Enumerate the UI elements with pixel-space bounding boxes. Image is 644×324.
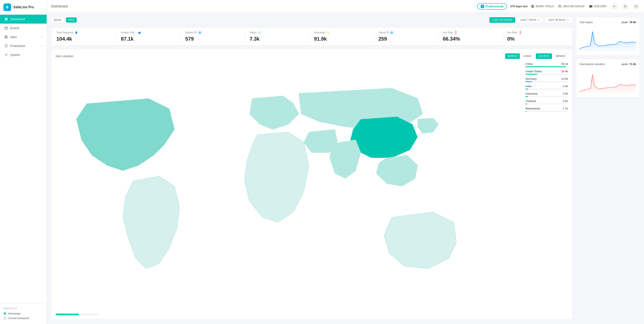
svg-point-15 [614,6,614,7]
page-title: Dashboard [51,4,68,8]
sidebar-item-dashboard[interactable]: Dashboard [0,15,47,24]
events-icon [4,26,8,30]
time-tab-7d[interactable]: LAST 7 DAYS i [517,17,543,23]
sidebar-item-label: System [10,53,20,57]
country-netherlands: Netherlands 1.7k [526,107,568,112]
settings-btn[interactable] [611,3,618,10]
logout-btn[interactable] [633,3,640,10]
europe [250,96,299,130]
japan [418,118,438,134]
world-btn[interactable]: WORLD [505,53,520,59]
sidebar-footer: Version 6.0.2 Homepage Consult Enterpris… [0,303,47,324]
sidebar-item-protections[interactable]: Protections › [0,41,47,50]
topbar: Dashboard Professional 270 days last MOR… [47,0,644,13]
australia [384,212,456,269]
chevron-right-icon: › [42,44,42,47]
country-indonesia: Indonesia 3.5k [526,92,568,97]
sidebar-item-label: Protections [10,44,25,48]
visit-status-card: Visit status peak 78.9k [576,17,640,55]
time-tab-30d[interactable]: LAST 30 DAYS i [545,17,572,23]
wecom-group-btn[interactable]: WECOM GROUP [558,5,585,8]
dashboard-icon [4,17,8,21]
access-denied-toggle: ACCESS DENIED [536,53,568,59]
country-china: China 59.1k [526,62,568,67]
user-icon-btn[interactable] [622,3,629,10]
filter-tabs: BASIC PRO [51,17,77,23]
stat-attack: Attack ⚠ 7.3k [245,31,310,42]
stat-distinct-ip: Distinct IP 🌐 579 [181,31,245,42]
user-stat-icon: 👤 [74,31,78,34]
world-china-toggle: WORLD CHINA [505,53,534,59]
svg-rect-11 [533,5,534,6]
stat-value: 579 [185,36,241,42]
china-btn[interactable]: CHINA [521,53,534,59]
svg-rect-10 [531,5,532,6]
sidebar-item-sites[interactable]: Sites › [0,32,47,41]
main-nav: Dashboard Events Sites › Protections [0,15,47,59]
svg-rect-2 [5,19,6,20]
country-list: China 59.1k United States 18.4k [526,62,568,310]
sidebar-item-label: Sites [10,35,17,39]
country-germany: Germany 10.5k [526,77,568,82]
stat-unique-visits: Unique Visit... 👥 87.1k [116,31,181,42]
lightning-icon [5,5,10,9]
content-left: BASIC PRO LAST 24 HOURS LAST 7 DAYS i LA… [51,17,572,320]
visit-title: Visit status [580,21,593,24]
svg-point-8 [6,54,6,55]
svg-point-16 [625,5,626,6]
denied-btn[interactable]: DENIED [553,53,568,59]
interception-chart [580,68,636,94]
plan-badge: Professional [477,3,507,9]
stat-5xx: 5xx Rate ❗ 0% [503,31,567,42]
protections-icon [4,44,8,48]
access-btn[interactable]: ACCESS [536,53,552,59]
sidebar: SafeLine Pro Dashboard Events Sites [0,0,47,324]
content-right: Visit status peak 78.9k [576,17,640,320]
chevron-right-icon: › [42,35,42,38]
homepage-link[interactable]: Homepage [4,311,43,316]
north-america [76,98,174,171]
info-icon-7d: i [537,18,540,21]
attack-stat-icon: ⚠ [258,31,261,34]
shield-footer-icon [4,312,6,315]
intercept-stat-icon: ⏱ [326,31,330,34]
country-us: United States 18.4k [526,70,568,75]
consult-link[interactable]: Consult Enterprise [4,316,43,321]
stat-value: 0% [507,36,563,42]
interception-chart-svg [580,68,636,94]
africa [244,132,309,222]
more-tools-btn[interactable]: MORE TOOLS [531,5,554,8]
visit-chart [580,26,636,52]
content-area: BASIC PRO LAST 24 HOURS LAST 7 DAYS i LA… [47,13,644,324]
plan-label: Professional [486,5,504,8]
china [350,117,418,158]
days-remaining: 270 days last [510,5,528,8]
visit-chart-svg [580,26,636,52]
svg-rect-13 [533,6,534,7]
country-thailand: Thailand 2.6k [526,100,568,104]
basic-tab[interactable]: BASIC [51,17,64,23]
stat-value: 7.3k [250,36,305,42]
visit-header: Visit status peak 78.9k [580,21,636,24]
logo-icon [4,3,11,11]
geo-content: China 59.1k United States 18.4k [56,62,568,310]
interception-card: Interception situation peak 71.8k [576,59,640,97]
time-tab-24h[interactable]: LAST 24 HOURS [490,17,515,23]
svg-rect-1 [6,18,8,19]
sidebar-item-events[interactable]: Events [0,24,47,32]
settings-icon [613,5,616,8]
main-content: Dashboard Professional 270 days last MOR… [47,0,644,324]
south-america [123,176,180,269]
visit-stat-icon: 👥 [138,31,141,34]
map-area [56,62,521,310]
interception-peak: peak 71.8k [622,62,636,66]
world-map-svg [56,62,521,310]
interception-header: Interception situation peak 71.8k [580,62,636,66]
sites-icon [4,35,8,39]
pro-tab[interactable]: PRO [66,17,77,22]
sidebar-item-system[interactable]: System [0,50,47,59]
discord-btn[interactable]: DISCORD [589,5,606,8]
middle-east [304,130,338,153]
stat-value: 91.9k [314,36,370,42]
geo-progress-bar [56,314,98,315]
